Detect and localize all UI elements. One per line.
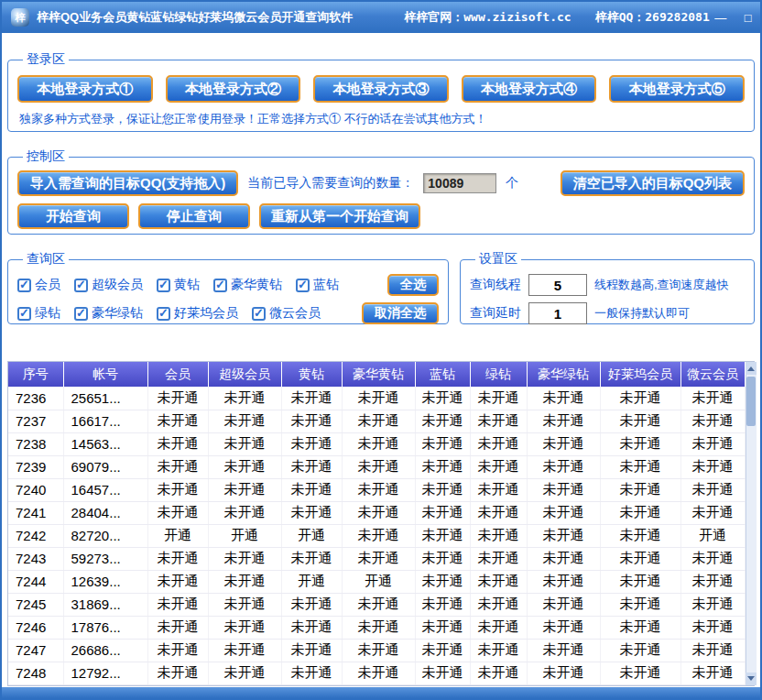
checkbox-label: 会员 xyxy=(35,277,60,293)
cell-status: 未开通 xyxy=(415,501,470,524)
imported-count-input[interactable] xyxy=(423,173,496,193)
login-method-button-2[interactable]: 本地登录方式② xyxy=(166,75,301,103)
scroll-down-button[interactable] xyxy=(746,673,757,685)
cell-status: 未开通 xyxy=(527,410,600,432)
table-row[interactable]: 723625651...未开通未开通未开通未开通未开通未开通未开通未开通未开通 xyxy=(8,387,745,410)
start-query-button[interactable]: 开始查询 xyxy=(17,203,129,229)
table-row[interactable]: 724617876...未开通未开通未开通未开通未开通未开通未开通未开通未开通 xyxy=(8,616,745,639)
maximize-button[interactable]: □ xyxy=(737,7,759,27)
column-header-3[interactable]: 会员 xyxy=(147,362,208,387)
import-target-qq-button[interactable]: 导入需查询的目标QQ(支持拖入) xyxy=(17,170,238,196)
cell-status: 未开通 xyxy=(470,639,527,662)
cell-status: 未开通 xyxy=(680,547,745,570)
cell-status: 未开通 xyxy=(527,547,600,570)
login-method-button-1[interactable]: 本地登录方式① xyxy=(17,75,153,103)
cell-status: 未开通 xyxy=(470,570,527,593)
table-row[interactable]: 723716617...未开通未开通未开通未开通未开通未开通未开通未开通未开通 xyxy=(8,410,745,432)
cell-status: 未开通 xyxy=(527,593,600,616)
column-header-5[interactable]: 黄钻 xyxy=(281,362,342,387)
checkbox-豪华绿钻[interactable]: 豪华绿钻 xyxy=(74,305,143,322)
column-header-11[interactable]: 微云会员 xyxy=(680,362,745,387)
delay-hint: 一般保持默认即可 xyxy=(594,305,690,322)
scrollbar-thumb[interactable] xyxy=(746,377,756,426)
table-row[interactable]: 723814563...未开通未开通未开通未开通未开通未开通未开通未开通未开通 xyxy=(8,432,745,455)
cell-status: 未开通 xyxy=(208,547,281,570)
cell-index: 7245 xyxy=(8,593,63,616)
table-row[interactable]: 724531869...未开通未开通未开通未开通未开通未开通未开通未开通未开通 xyxy=(8,593,745,616)
cell-status: 未开通 xyxy=(600,410,680,432)
cell-status: 未开通 xyxy=(281,639,342,662)
table-row[interactable]: 723969079...未开通未开通未开通未开通未开通未开通未开通未开通未开通 xyxy=(8,455,745,478)
table-row[interactable]: 724359273...未开通未开通未开通未开通未开通未开通未开通未开通未开通 xyxy=(8,547,745,570)
scroll-up-button[interactable] xyxy=(746,362,757,375)
settings-section-legend: 设置区 xyxy=(475,251,521,268)
table-row[interactable]: 724726686...未开通未开通未开通未开通未开通未开通未开通未开通未开通 xyxy=(8,639,745,662)
table-row[interactable]: 724282720...开通开通开通未开通未开通未开通未开通未开通开通 xyxy=(8,524,745,547)
cell-status: 未开通 xyxy=(600,570,680,593)
cell-status: 未开通 xyxy=(527,524,600,547)
column-header-1[interactable]: 序号 xyxy=(8,362,63,387)
middle-sections-row: 查询区 会员超级会员黄钻豪华黄钻蓝钻 全选 绿钻豪华绿钻好莱坞会员微云会员 取消… xyxy=(7,251,755,324)
deselect-all-button[interactable]: 取消全选 xyxy=(362,302,439,324)
column-header-9[interactable]: 豪华绿钻 xyxy=(527,362,600,387)
column-header-10[interactable]: 好莱坞会员 xyxy=(600,362,680,387)
checkbox-会员[interactable]: 会员 xyxy=(17,277,60,293)
login-buttons-row: 本地登录方式①本地登录方式②本地登录方式③本地登录方式④本地登录方式⑤ xyxy=(17,75,745,103)
clear-target-qq-button[interactable]: 清空已导入的目标QQ列表 xyxy=(561,170,745,196)
query-section: 查询区 会员超级会员黄钻豪华黄钻蓝钻 全选 绿钻豪华绿钻好莱坞会员微云会员 取消… xyxy=(7,251,449,324)
cell-status: 未开通 xyxy=(600,547,680,570)
restart-query-button[interactable]: 重新从第一个开始查询 xyxy=(259,203,420,229)
table-row[interactable]: 724812792...未开通未开通未开通未开通未开通未开通未开通未开通未开通 xyxy=(8,662,745,684)
table-row[interactable]: 724412639...未开通未开通开通开通未开通未开通未开通未开通未开通 xyxy=(8,570,745,593)
vertical-scrollbar[interactable] xyxy=(746,362,757,685)
checkbox-微云会员[interactable]: 微云会员 xyxy=(252,305,321,322)
column-header-8[interactable]: 绿钻 xyxy=(470,362,527,387)
cell-status: 未开通 xyxy=(470,410,527,432)
checkbox-label: 超级会员 xyxy=(92,277,143,293)
thread-count-input[interactable] xyxy=(528,274,587,296)
column-header-6[interactable]: 豪华黄钻 xyxy=(342,362,415,387)
minimize-button[interactable]: — xyxy=(710,7,732,27)
cell-status: 未开通 xyxy=(147,639,208,662)
login-method-button-5[interactable]: 本地登录方式⑤ xyxy=(609,75,745,103)
cell-status: 未开通 xyxy=(342,616,415,639)
query-section-legend: 查询区 xyxy=(23,251,69,268)
cell-status: 未开通 xyxy=(470,501,527,524)
table-row[interactable]: 724016457...未开通未开通未开通未开通未开通未开通未开通未开通未开通 xyxy=(8,478,745,501)
results-table-container: 序号帐号会员超级会员黄钻豪华黄钻蓝钻绿钻豪华绿钻好莱坞会员微云会员 723625… xyxy=(7,361,755,686)
table-row[interactable]: 724128404...未开通未开通未开通未开通未开通未开通未开通未开通未开通 xyxy=(8,501,745,524)
checkbox-icon xyxy=(17,279,31,292)
cell-index: 7243 xyxy=(8,547,63,570)
cell-status: 未开通 xyxy=(281,616,342,639)
checkbox-好莱坞会员[interactable]: 好莱坞会员 xyxy=(157,305,238,322)
cell-status: 未开通 xyxy=(600,524,680,547)
cell-status: 未开通 xyxy=(415,616,470,639)
login-method-button-4[interactable]: 本地登录方式④ xyxy=(462,75,597,103)
checkbox-绿钻[interactable]: 绿钻 xyxy=(17,305,60,322)
column-header-2[interactable]: 帐号 xyxy=(63,362,147,387)
cell-status: 未开通 xyxy=(147,570,208,593)
checkbox-蓝钻[interactable]: 蓝钻 xyxy=(296,277,339,293)
column-header-4[interactable]: 超级会员 xyxy=(208,362,281,387)
contact-qq-label: 梓梓QQ：269282081 xyxy=(595,9,710,26)
cell-account: 12639... xyxy=(63,570,147,593)
checkbox-黄钻[interactable]: 黄钻 xyxy=(157,277,200,293)
checkbox-豪华黄钻[interactable]: 豪华黄钻 xyxy=(213,277,282,293)
delay-input[interactable] xyxy=(528,302,587,324)
query-checkbox-group-1: 会员超级会员黄钻豪华黄钻蓝钻 xyxy=(17,277,339,293)
cell-status: 未开通 xyxy=(415,593,470,616)
thread-hint: 线程数越高,查询速度越快 xyxy=(594,277,729,293)
cell-status: 未开通 xyxy=(415,547,470,570)
checkbox-超级会员[interactable]: 超级会员 xyxy=(74,277,143,293)
cell-status: 未开通 xyxy=(470,387,527,410)
cell-status: 未开通 xyxy=(208,662,281,684)
select-all-button[interactable]: 全选 xyxy=(387,274,439,296)
table-header-row: 序号帐号会员超级会员黄钻豪华黄钻蓝钻绿钻豪华绿钻好莱坞会员微云会员 xyxy=(8,362,745,387)
cell-status: 未开通 xyxy=(281,455,342,478)
login-method-button-3[interactable]: 本地登录方式③ xyxy=(313,75,449,103)
stop-query-button[interactable]: 停止查询 xyxy=(138,203,250,229)
cell-status: 未开通 xyxy=(342,593,415,616)
control-row-2: 开始查询 停止查询 重新从第一个开始查询 xyxy=(17,203,745,229)
column-header-7[interactable]: 蓝钻 xyxy=(415,362,470,387)
query-checkbox-row-1: 会员超级会员黄钻豪华黄钻蓝钻 全选 xyxy=(17,274,439,296)
